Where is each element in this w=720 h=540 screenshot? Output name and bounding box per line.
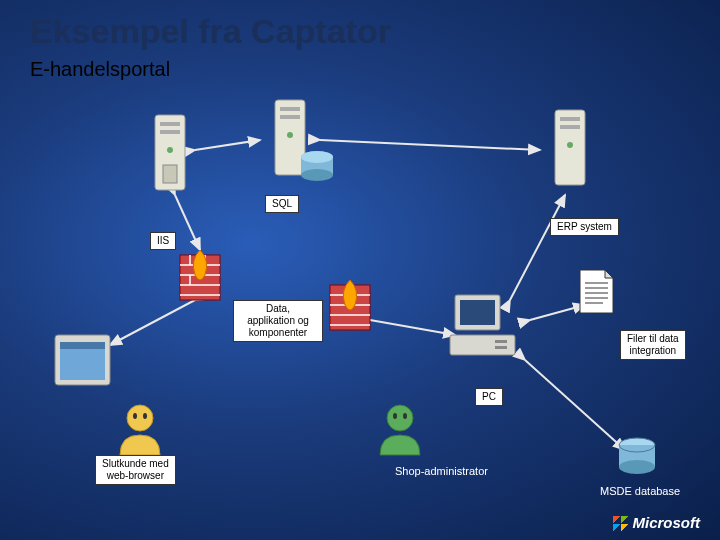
svg-rect-9 xyxy=(160,122,180,126)
label-data: Data, applikation og komponenter xyxy=(233,300,323,342)
svg-point-11 xyxy=(167,147,173,153)
svg-line-2 xyxy=(175,195,200,250)
pc-icon xyxy=(445,290,525,365)
svg-rect-12 xyxy=(163,165,177,183)
svg-rect-49 xyxy=(460,300,495,325)
svg-line-5 xyxy=(510,195,565,300)
database-icon xyxy=(615,435,660,480)
svg-rect-10 xyxy=(160,130,180,134)
svg-rect-14 xyxy=(280,107,300,111)
microsoft-logo: Microsoft xyxy=(613,514,701,532)
label-sql: SQL xyxy=(265,195,299,213)
person-icon xyxy=(370,400,430,460)
svg-point-24 xyxy=(567,142,573,148)
svg-rect-41 xyxy=(60,342,105,349)
svg-line-7 xyxy=(525,360,625,450)
server-db-icon xyxy=(265,95,345,190)
svg-point-43 xyxy=(133,413,137,419)
svg-rect-51 xyxy=(495,340,507,343)
label-files: Filer til data integration xyxy=(620,330,686,360)
svg-point-19 xyxy=(301,169,333,181)
svg-rect-50 xyxy=(450,335,515,355)
label-msde: MSDE database xyxy=(600,485,680,497)
label-enduser: Slutkunde med web-browser xyxy=(95,455,176,485)
svg-rect-15 xyxy=(280,115,300,119)
svg-point-46 xyxy=(393,413,397,419)
svg-line-1 xyxy=(320,140,540,150)
slide-title: Eksempel fra Captator xyxy=(30,12,391,51)
svg-rect-52 xyxy=(495,346,507,349)
svg-point-16 xyxy=(287,132,293,138)
browser-icon xyxy=(50,330,115,390)
svg-line-4 xyxy=(370,320,455,335)
label-erp: ERP system xyxy=(550,218,619,236)
label-iis: IIS xyxy=(150,232,176,250)
svg-point-47 xyxy=(403,413,407,419)
slide-subtitle: E-handelsportal xyxy=(30,58,170,81)
firewall-icon xyxy=(325,275,380,340)
svg-rect-22 xyxy=(560,117,580,121)
svg-point-45 xyxy=(387,405,413,431)
svg-point-20 xyxy=(301,151,333,163)
server-icon xyxy=(545,105,600,195)
svg-line-0 xyxy=(195,140,260,150)
svg-rect-23 xyxy=(560,125,580,129)
document-icon xyxy=(575,265,620,320)
person-icon xyxy=(110,400,170,460)
label-shopadmin: Shop-administrator xyxy=(395,465,488,477)
firewall-icon xyxy=(175,245,230,310)
server-icon xyxy=(145,110,200,200)
svg-point-42 xyxy=(127,405,153,431)
label-pc: PC xyxy=(475,388,503,406)
svg-point-44 xyxy=(143,413,147,419)
svg-point-60 xyxy=(619,460,655,474)
